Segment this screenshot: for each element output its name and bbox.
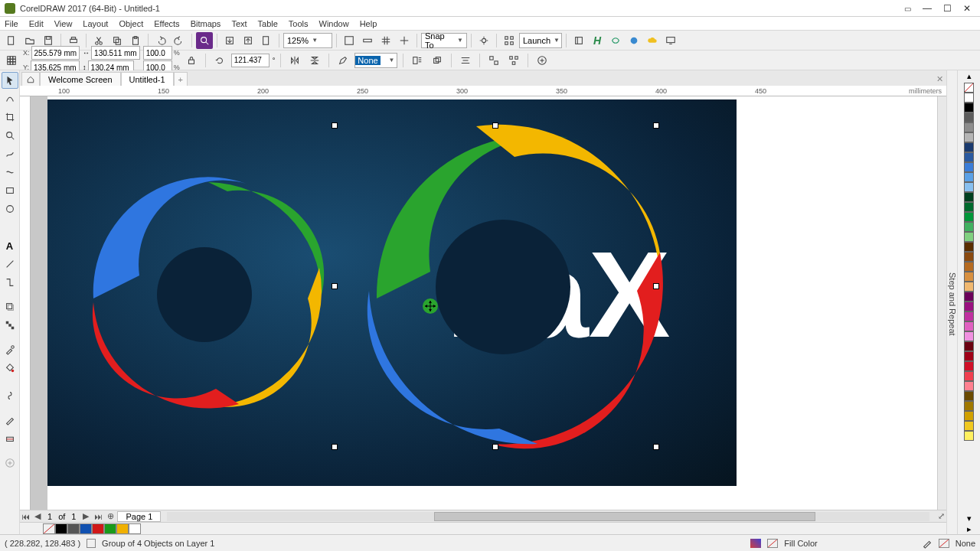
fill-none-icon[interactable] [767, 539, 778, 548]
new-button[interactable] [3, 32, 20, 49]
palette-scroll-up-icon[interactable]: ▴ [958, 70, 980, 81]
ellipse-tool[interactable] [2, 201, 18, 217]
selection-handle-n[interactable] [492, 122, 498, 129]
menu-view[interactable]: View [54, 19, 73, 28]
selection-handle-se[interactable] [653, 444, 659, 450]
freehand-tool[interactable] [2, 145, 18, 162]
ungroup-icon[interactable] [485, 52, 502, 69]
color-swatch[interactable] [964, 391, 974, 401]
connect-icon[interactable] [570, 32, 587, 49]
color-swatch[interactable] [964, 182, 974, 192]
color-swatch[interactable] [964, 401, 974, 411]
selection-handle-e[interactable] [653, 283, 659, 289]
front-of-layer-icon[interactable] [429, 52, 446, 69]
color-swatch[interactable] [964, 311, 974, 321]
palette-scroll-down-icon[interactable]: ▾ [958, 513, 980, 523]
rotation-input[interactable]: 121.437 [231, 54, 270, 67]
app-launcher-icon[interactable] [501, 32, 518, 49]
first-page-icon[interactable]: ⏮ [20, 511, 31, 522]
color-swatch[interactable] [964, 272, 974, 282]
prev-page-icon[interactable]: ◀ [32, 511, 43, 522]
polygon-tool[interactable] [2, 219, 18, 236]
minimize-icon[interactable]: — [917, 2, 937, 15]
lock-ratio-icon[interactable] [183, 52, 200, 69]
selection-handle-w[interactable] [332, 283, 338, 289]
doc-swatch[interactable] [129, 523, 141, 534]
menu-bitmaps[interactable]: Bitmaps [191, 19, 221, 28]
no-color-swatch[interactable] [43, 523, 55, 534]
outline-pen-status-icon[interactable] [922, 538, 933, 549]
color-swatch[interactable] [964, 421, 974, 431]
color-swatch[interactable] [964, 371, 974, 381]
options-button[interactable] [475, 32, 492, 49]
zoom-tool[interactable] [2, 127, 18, 144]
menu-help[interactable]: Help [360, 19, 377, 28]
doc-swatch[interactable] [116, 523, 129, 534]
guidelines-button[interactable] [396, 32, 413, 49]
menu-effects[interactable]: Effects [154, 19, 179, 28]
doc-swatch[interactable] [104, 523, 116, 534]
grid-button[interactable] [377, 32, 394, 49]
horizontal-ruler[interactable]: 100 150 200 250 300 350 400 450 millimet… [20, 86, 946, 96]
publish-pdf-button[interactable] [258, 32, 275, 49]
maximize-icon[interactable]: ☐ [937, 2, 957, 15]
fullscreen-button[interactable] [341, 32, 358, 49]
color-swatch[interactable] [964, 142, 974, 152]
close-tabs-icon[interactable]: ✕ [933, 72, 946, 86]
artistic-media-tool[interactable] [2, 164, 18, 181]
color-swatch[interactable] [964, 351, 974, 361]
doc-swatch[interactable] [67, 523, 80, 534]
new-tab-button[interactable]: + [174, 72, 188, 86]
color-swatch[interactable] [964, 202, 974, 212]
edit-fill-tool[interactable] [2, 430, 18, 447]
color-swatch[interactable] [964, 112, 974, 122]
color-swatch[interactable] [964, 242, 974, 252]
selection-handle-s[interactable] [492, 444, 498, 450]
color-swatch[interactable] [964, 341, 974, 351]
menu-object[interactable]: Object [119, 19, 143, 28]
close-icon[interactable]: ✕ [957, 2, 977, 15]
color-swatch[interactable] [964, 252, 974, 262]
launch-combo[interactable]: Launch▼ [519, 33, 562, 48]
menu-layout[interactable]: Layout [83, 19, 108, 28]
shape-tool[interactable] [2, 90, 18, 107]
photopaint-icon[interactable] [626, 32, 642, 49]
eyedropper-tool[interactable] [2, 341, 18, 358]
color-swatch[interactable] [964, 381, 974, 391]
color-swatch[interactable] [964, 321, 974, 331]
color-swatch[interactable] [964, 103, 974, 112]
selection-handle-sw[interactable] [332, 444, 338, 450]
crop-tool[interactable] [2, 109, 18, 126]
page-tab[interactable]: Page 1 [117, 511, 161, 522]
color-swatch[interactable] [964, 431, 974, 441]
workspace-icon[interactable] [662, 32, 679, 49]
horizontal-scrollbar[interactable] [167, 512, 929, 521]
connector-tool[interactable] [2, 274, 18, 291]
object-w-input[interactable]: 130.511 mm [91, 46, 140, 60]
status-proof-icon[interactable] [87, 539, 96, 548]
zoom-combo[interactable]: 125%▼ [283, 33, 332, 48]
interactive-fill-tool[interactable] [2, 360, 18, 377]
doc-swatch[interactable] [80, 523, 92, 534]
corel-capture-icon[interactable] [607, 32, 624, 49]
color-swatch[interactable] [964, 93, 974, 103]
drop-shadow-tool[interactable] [2, 298, 18, 315]
object-x-input[interactable]: 255.579 mm [31, 46, 80, 60]
object-origin-icon[interactable] [3, 52, 20, 69]
wrap-text-icon[interactable] [409, 52, 426, 69]
text-tool[interactable]: A [2, 237, 18, 254]
color-swatch[interactable] [964, 361, 974, 371]
scale-x-input[interactable]: 100.0 [143, 46, 172, 60]
search-button[interactable] [196, 32, 213, 49]
transparency-tool[interactable] [2, 317, 18, 334]
color-swatch[interactable] [964, 282, 974, 292]
color-swatch[interactable] [964, 232, 974, 242]
rectangle-tool[interactable] [2, 182, 18, 199]
fill-indicator-icon[interactable] [750, 539, 761, 548]
smart-fill-tool[interactable] [2, 387, 18, 404]
color-swatch[interactable] [964, 222, 974, 232]
outline-none-icon[interactable] [939, 539, 949, 548]
menu-edit[interactable]: Edit [29, 19, 44, 28]
import-button[interactable] [221, 32, 238, 49]
swirl-left[interactable] [90, 176, 324, 409]
